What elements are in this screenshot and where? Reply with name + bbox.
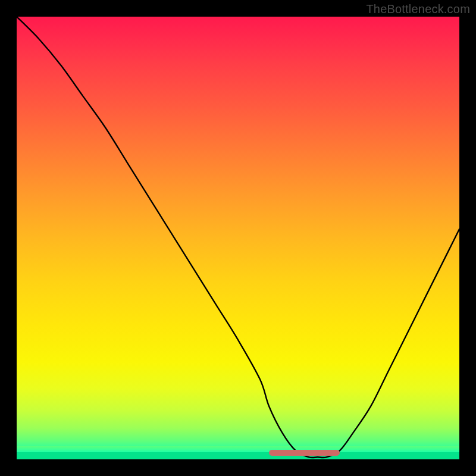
- plot-area: [17, 17, 459, 459]
- bottleneck-curve: [17, 17, 459, 459]
- watermark-text: TheBottleneck.com: [366, 2, 470, 16]
- valley-marker: [269, 450, 340, 456]
- chart-frame: TheBottleneck.com: [0, 0, 476, 476]
